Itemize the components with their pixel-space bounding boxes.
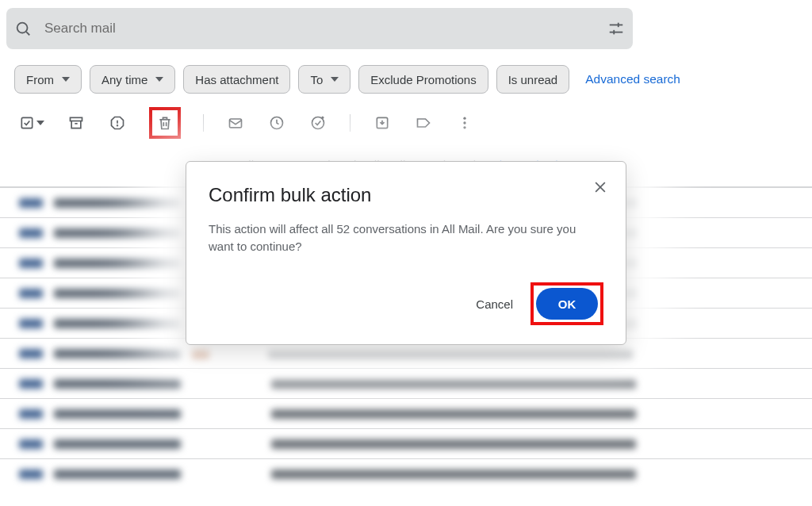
modal-overlay: Confirm bulk action This action will aff… [0,0,812,506]
ok-button[interactable]: OK [536,288,598,320]
close-icon[interactable] [592,179,608,195]
confirm-dialog: Confirm bulk action This action will aff… [186,161,626,345]
dialog-body: This action will affect all 52 conversat… [209,220,603,255]
dialog-actions: Cancel OK [209,282,603,325]
cancel-button[interactable]: Cancel [471,291,518,317]
highlight-ok: OK [530,282,603,325]
dialog-title: Confirm bulk action [209,184,603,206]
